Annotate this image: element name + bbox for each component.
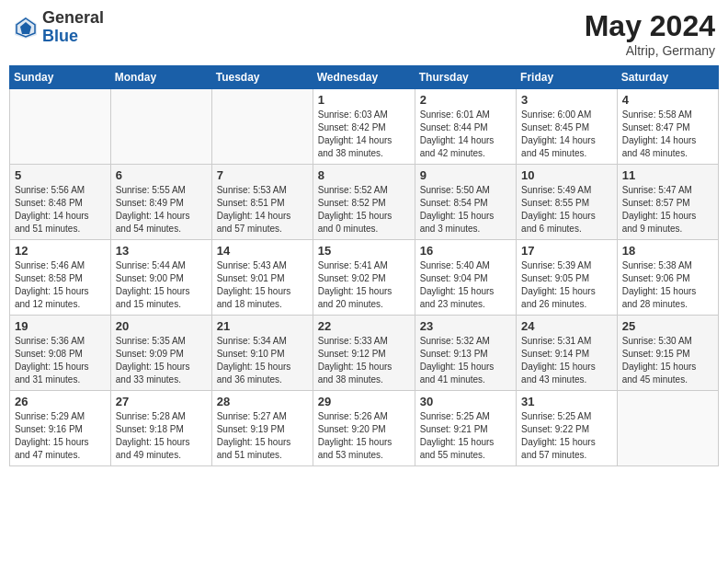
day-number: 19 [15, 319, 106, 333]
day-header: Thursday [415, 66, 516, 89]
day-info: Sunrise: 5:44 AM Sunset: 9:00 PM Dayligh… [116, 259, 207, 311]
calendar-day-cell: 1Sunrise: 6:03 AM Sunset: 8:42 PM Daylig… [313, 89, 415, 165]
day-info: Sunrise: 5:33 AM Sunset: 9:12 PM Dayligh… [318, 335, 410, 386]
calendar-day-cell: 31Sunrise: 5:25 AM Sunset: 9:22 PM Dayli… [517, 391, 618, 466]
calendar-day-cell: 14Sunrise: 5:43 AM Sunset: 9:01 PM Dayli… [211, 240, 313, 316]
calendar-day-cell: 24Sunrise: 5:31 AM Sunset: 9:14 PM Dayli… [517, 316, 618, 391]
day-number: 15 [318, 244, 410, 258]
day-info: Sunrise: 5:58 AM Sunset: 8:47 PM Dayligh… [622, 109, 713, 160]
day-info: Sunrise: 5:32 AM Sunset: 9:13 PM Dayligh… [420, 335, 511, 386]
calendar-week-row: 5Sunrise: 5:56 AM Sunset: 8:48 PM Daylig… [10, 165, 719, 240]
calendar-week-row: 19Sunrise: 5:36 AM Sunset: 9:08 PM Dayli… [10, 316, 719, 391]
day-info: Sunrise: 5:35 AM Sunset: 9:09 PM Dayligh… [116, 335, 207, 386]
day-info: Sunrise: 5:49 AM Sunset: 8:55 PM Dayligh… [521, 184, 612, 236]
calendar-day-cell: 11Sunrise: 5:47 AM Sunset: 8:57 PM Dayli… [617, 165, 718, 240]
location: Altrip, Germany [585, 43, 715, 58]
day-number: 30 [420, 395, 511, 408]
day-info: Sunrise: 6:01 AM Sunset: 8:44 PM Dayligh… [420, 109, 511, 160]
day-number: 3 [521, 93, 612, 107]
calendar-day-cell [10, 89, 111, 165]
day-number: 29 [318, 395, 410, 408]
day-number: 7 [217, 168, 308, 182]
calendar-day-cell: 12Sunrise: 5:46 AM Sunset: 8:58 PM Dayli… [10, 240, 111, 316]
calendar-day-cell: 17Sunrise: 5:39 AM Sunset: 9:05 PM Dayli… [517, 240, 618, 316]
day-info: Sunrise: 5:56 AM Sunset: 8:48 PM Dayligh… [15, 184, 106, 236]
calendar-day-cell: 27Sunrise: 5:28 AM Sunset: 9:18 PM Dayli… [110, 391, 211, 466]
calendar-day-cell: 25Sunrise: 5:30 AM Sunset: 9:15 PM Dayli… [617, 316, 718, 391]
day-number: 12 [15, 244, 106, 258]
day-number: 22 [318, 319, 410, 333]
day-number: 13 [116, 244, 207, 258]
calendar-day-cell: 16Sunrise: 5:40 AM Sunset: 9:04 PM Dayli… [415, 240, 516, 316]
day-info: Sunrise: 5:47 AM Sunset: 8:57 PM Dayligh… [622, 184, 713, 236]
calendar-day-cell: 18Sunrise: 5:38 AM Sunset: 9:06 PM Dayli… [617, 240, 718, 316]
logo-text: General Blue [42, 9, 104, 46]
day-number: 9 [420, 168, 511, 182]
day-number: 25 [622, 319, 713, 333]
month-title: May 2024 [585, 9, 715, 43]
day-info: Sunrise: 5:41 AM Sunset: 9:02 PM Dayligh… [318, 259, 410, 311]
calendar-day-cell: 5Sunrise: 5:56 AM Sunset: 8:48 PM Daylig… [10, 165, 111, 240]
day-info: Sunrise: 5:38 AM Sunset: 9:06 PM Dayligh… [622, 259, 713, 311]
day-number: 4 [622, 93, 713, 107]
day-number: 23 [420, 319, 511, 333]
day-header: Tuesday [211, 66, 313, 89]
calendar-day-cell: 29Sunrise: 5:26 AM Sunset: 9:20 PM Dayli… [313, 391, 415, 466]
calendar-day-cell: 15Sunrise: 5:41 AM Sunset: 9:02 PM Dayli… [313, 240, 415, 316]
calendar-day-cell: 28Sunrise: 5:27 AM Sunset: 9:19 PM Dayli… [211, 391, 313, 466]
day-info: Sunrise: 5:43 AM Sunset: 9:01 PM Dayligh… [217, 259, 308, 311]
logo-general: General [42, 8, 104, 27]
day-number: 21 [217, 319, 308, 333]
day-number: 14 [217, 244, 308, 258]
day-number: 6 [116, 168, 207, 182]
calendar-day-cell: 8Sunrise: 5:52 AM Sunset: 8:52 PM Daylig… [313, 165, 415, 240]
calendar-day-cell: 4Sunrise: 5:58 AM Sunset: 8:47 PM Daylig… [617, 89, 718, 165]
day-info: Sunrise: 6:03 AM Sunset: 8:42 PM Dayligh… [318, 109, 410, 160]
day-info: Sunrise: 6:00 AM Sunset: 8:45 PM Dayligh… [521, 109, 612, 160]
day-info: Sunrise: 5:40 AM Sunset: 9:04 PM Dayligh… [420, 259, 511, 311]
logo: General Blue [13, 9, 104, 46]
day-number: 1 [318, 93, 410, 107]
day-number: 18 [622, 244, 713, 258]
day-number: 10 [521, 168, 612, 182]
day-number: 31 [521, 395, 612, 408]
day-info: Sunrise: 5:55 AM Sunset: 8:49 PM Dayligh… [116, 184, 207, 236]
calendar-day-cell: 20Sunrise: 5:35 AM Sunset: 9:09 PM Dayli… [110, 316, 211, 391]
calendar-day-cell: 3Sunrise: 6:00 AM Sunset: 8:45 PM Daylig… [517, 89, 618, 165]
calendar-day-cell: 23Sunrise: 5:32 AM Sunset: 9:13 PM Dayli… [415, 316, 516, 391]
day-info: Sunrise: 5:46 AM Sunset: 8:58 PM Dayligh… [15, 259, 106, 311]
day-number: 17 [521, 244, 612, 258]
day-number: 26 [15, 395, 106, 408]
calendar-day-cell: 30Sunrise: 5:25 AM Sunset: 9:21 PM Dayli… [415, 391, 516, 466]
day-info: Sunrise: 5:27 AM Sunset: 9:19 PM Dayligh… [217, 410, 308, 462]
day-info: Sunrise: 5:34 AM Sunset: 9:10 PM Dayligh… [217, 335, 308, 386]
day-number: 16 [420, 244, 511, 258]
calendar-week-row: 1Sunrise: 6:03 AM Sunset: 8:42 PM Daylig… [10, 89, 719, 165]
title-block: May 2024 Altrip, Germany [585, 9, 715, 58]
day-number: 27 [116, 395, 207, 408]
day-info: Sunrise: 5:29 AM Sunset: 9:16 PM Dayligh… [15, 410, 106, 462]
calendar-week-row: 12Sunrise: 5:46 AM Sunset: 8:58 PM Dayli… [10, 240, 719, 316]
day-header: Saturday [617, 66, 718, 89]
page-header: General Blue May 2024 Altrip, Germany [9, 9, 719, 58]
calendar-day-cell: 2Sunrise: 6:01 AM Sunset: 8:44 PM Daylig… [415, 89, 516, 165]
day-number: 28 [217, 395, 308, 408]
day-info: Sunrise: 5:50 AM Sunset: 8:54 PM Dayligh… [420, 184, 511, 236]
calendar-day-cell: 26Sunrise: 5:29 AM Sunset: 9:16 PM Dayli… [10, 391, 111, 466]
day-number: 2 [420, 93, 511, 107]
calendar-body: 1Sunrise: 6:03 AM Sunset: 8:42 PM Daylig… [10, 89, 719, 466]
days-row: SundayMondayTuesdayWednesdayThursdayFrid… [10, 66, 719, 89]
calendar-day-cell: 6Sunrise: 5:55 AM Sunset: 8:49 PM Daylig… [110, 165, 211, 240]
day-info: Sunrise: 5:25 AM Sunset: 9:22 PM Dayligh… [521, 410, 612, 462]
day-header: Sunday [10, 66, 111, 89]
day-info: Sunrise: 5:31 AM Sunset: 9:14 PM Dayligh… [521, 335, 612, 386]
calendar-header: SundayMondayTuesdayWednesdayThursdayFrid… [10, 66, 719, 89]
calendar-day-cell: 21Sunrise: 5:34 AM Sunset: 9:10 PM Dayli… [211, 316, 313, 391]
day-number: 24 [521, 319, 612, 333]
day-info: Sunrise: 5:39 AM Sunset: 9:05 PM Dayligh… [521, 259, 612, 311]
day-number: 11 [622, 168, 713, 182]
day-number: 8 [318, 168, 410, 182]
calendar-day-cell: 19Sunrise: 5:36 AM Sunset: 9:08 PM Dayli… [10, 316, 111, 391]
calendar-day-cell: 10Sunrise: 5:49 AM Sunset: 8:55 PM Dayli… [517, 165, 618, 240]
calendar-day-cell [110, 89, 211, 165]
